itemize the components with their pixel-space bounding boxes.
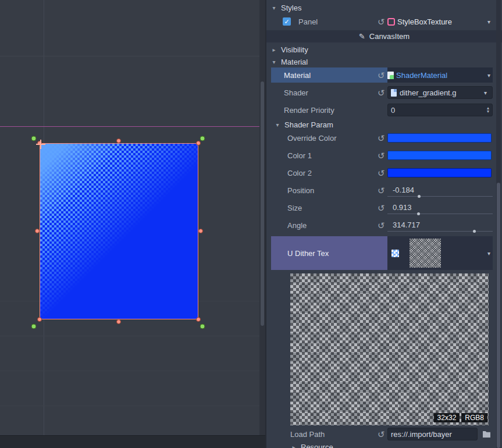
browse-file-button[interactable] (480, 428, 493, 440)
override-color-label: Override Color (287, 134, 337, 143)
resize-handle-right[interactable] (198, 229, 203, 233)
revert-icon[interactable]: ↺ (378, 169, 385, 177)
resize-handle-bottom[interactable] (116, 319, 121, 324)
size-value: 0.913 (393, 203, 412, 212)
category-canvasitem: ✎ CanvasItem (266, 30, 502, 42)
material-label: Material (284, 71, 311, 80)
godot-editor: ▾ Styles ✓ Panel ↺ StyleBoxTexture ▾ ✎ C… (0, 0, 502, 448)
spin-down-icon[interactable]: ▾ (487, 110, 489, 113)
property-row-load-path: Load Path ↺ res://.import/bayer (271, 427, 493, 441)
section-material[interactable]: ▾ Material (271, 56, 493, 67)
angle-value: 314.717 (393, 221, 420, 229)
slider-grabber[interactable] (417, 212, 420, 215)
spinbox-arrows-icon[interactable]: ▴ ▾ (487, 106, 489, 113)
material-value[interactable]: ShaderMaterial (396, 71, 447, 80)
property-row-angle: Angle ↺ 314.717 (271, 219, 493, 232)
load-path-input[interactable]: res://.import/bayer (387, 428, 478, 440)
color-2-label: Color 2 (287, 169, 312, 177)
angle-label: Angle (287, 221, 307, 230)
angle-spin-slider[interactable]: 314.717 (387, 219, 493, 232)
grid-line (0, 56, 259, 56)
revert-icon[interactable]: ↺ (378, 151, 385, 160)
slider-grabber[interactable] (473, 230, 476, 233)
anchor-handle-top-right[interactable] (200, 136, 205, 141)
panel-value: StyleBoxTexture (397, 17, 452, 26)
revert-icon[interactable]: ↺ (378, 430, 385, 439)
viewport-bottom-bar (0, 435, 265, 448)
render-priority-value: 0 (391, 106, 395, 115)
grid-line (0, 336, 259, 336)
resize-handle-bottom-right[interactable] (196, 317, 201, 322)
revert-icon[interactable]: ↺ (378, 134, 385, 143)
gradient-highlight-layer (40, 144, 198, 319)
section-resource[interactable]: ▸ Resource (271, 441, 493, 448)
section-visibility[interactable]: ▸ Visibility (271, 44, 493, 55)
property-row-position: Position ↺ -0.184 (271, 184, 493, 197)
grid-line (0, 371, 259, 371)
shader-material-icon (387, 72, 394, 79)
viewport-vertical-scrollbar[interactable] (259, 0, 265, 435)
position-spin-slider[interactable]: -0.184 (387, 184, 493, 197)
texture-info-badges: 32x32 RGB8 (434, 413, 487, 422)
section-resource-label: Resource (301, 443, 333, 448)
chevron-down-icon[interactable]: ▾ (487, 19, 493, 25)
panel-checkbox[interactable]: ✓ (283, 17, 291, 26)
revert-icon[interactable]: ↺ (378, 186, 385, 195)
color-2-swatch[interactable] (387, 168, 492, 177)
chevron-down-icon[interactable]: ▾ (487, 72, 493, 79)
check-icon: ✓ (284, 18, 289, 25)
anchor-handle-bottom-right[interactable] (200, 324, 205, 329)
texture-size-badge: 32x32 (434, 413, 460, 422)
panel-label: Panel (298, 17, 318, 26)
section-shader-param-label: Shader Param (284, 120, 333, 129)
slider-grabber[interactable] (418, 195, 421, 198)
chevron-right-icon: ▸ (291, 444, 297, 448)
u-dither-tex-dropdown[interactable]: ▾ (387, 236, 493, 270)
folder-icon (482, 431, 491, 438)
revert-icon[interactable]: ↺ (378, 204, 385, 212)
dither-texture-thumbnail[interactable] (410, 239, 441, 268)
load-path-label: Load Path (290, 430, 325, 439)
chevron-down-icon: ▾ (275, 122, 280, 128)
anchor-handle-bottom-left[interactable] (31, 324, 37, 329)
shader-value: dither_gradient.g (400, 88, 457, 97)
revert-icon[interactable]: ↺ (378, 17, 385, 26)
color-1-label: Color 1 (287, 151, 312, 160)
override-color-swatch[interactable] (387, 133, 492, 143)
material-value-dropdown[interactable]: ShaderMaterial ▾ (387, 67, 493, 83)
viewport-boundary-guide (0, 126, 259, 127)
section-material-label: Material (281, 58, 308, 66)
chevron-down-icon[interactable]: ▾ (484, 90, 489, 96)
viewport-scrollbar-thumb[interactable] (261, 81, 264, 326)
render-priority-label: Render Priority (284, 106, 334, 115)
panel-value-dropdown[interactable]: StyleBoxTexture ▾ (387, 15, 493, 29)
revert-icon[interactable]: ↺ (378, 71, 385, 80)
render-priority-input[interactable]: 0 ▴ ▾ (387, 104, 493, 116)
shader-value-dropdown[interactable]: dither_gradient.g ▾ (387, 86, 493, 99)
pivot-crosshair-icon[interactable] (36, 140, 45, 149)
section-shader-param[interactable]: ▾ Shader Param (271, 119, 493, 130)
revert-icon[interactable]: ↺ (378, 221, 385, 230)
shader-file-icon (391, 89, 397, 97)
inspector-scrollbar-thumb[interactable] (497, 183, 500, 448)
position-value: -0.184 (393, 186, 414, 194)
inspector-scrollbar[interactable] (496, 0, 501, 448)
property-row-color-1: Color 1 ↺ (271, 149, 493, 162)
selected-panel-node[interactable] (40, 143, 198, 319)
shader-label: Shader (284, 88, 308, 97)
section-styles[interactable]: ▾ Styles (271, 2, 493, 13)
color-1-swatch[interactable] (387, 151, 492, 160)
inspector-panel: ▾ Styles ✓ Panel ↺ StyleBoxTexture ▾ ✎ C… (265, 0, 502, 448)
revert-icon[interactable]: ↺ (378, 88, 385, 97)
chevron-down-icon: ▾ (271, 5, 277, 11)
resize-handle-bottom-left[interactable] (37, 317, 42, 322)
chevron-down-icon: ▾ (271, 59, 277, 65)
resize-handle-top[interactable] (116, 138, 121, 143)
texture-icon (391, 250, 399, 257)
property-row-color-2: Color 2 ↺ (271, 166, 493, 179)
2d-viewport[interactable] (0, 0, 265, 448)
chevron-down-icon[interactable]: ▾ (487, 250, 493, 257)
size-spin-slider[interactable]: 0.913 (387, 201, 493, 214)
resize-handle-left[interactable] (35, 229, 40, 233)
resize-handle-top-right[interactable] (196, 141, 201, 145)
